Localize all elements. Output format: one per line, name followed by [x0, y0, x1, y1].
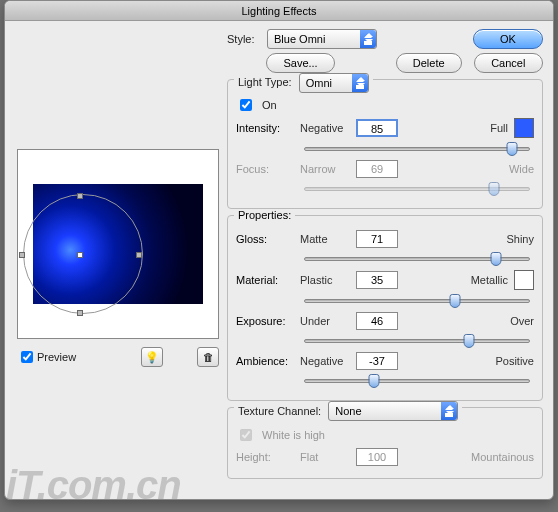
dialog-window: Lighting Effects Preview 💡 🗑 [4, 0, 554, 500]
material-color-swatch[interactable] [514, 270, 534, 290]
light-on-checkbox[interactable] [240, 99, 252, 111]
save-button[interactable]: Save... [266, 53, 334, 73]
focus-label: Focus: [236, 163, 294, 175]
focus-input: 69 [356, 160, 398, 178]
ambience-slider[interactable] [304, 374, 530, 388]
trash-button[interactable]: 🗑 [197, 347, 219, 367]
preview-checkbox[interactable] [21, 351, 33, 363]
lightbulb-icon: 💡 [145, 351, 159, 364]
light-type-value: Omni [306, 77, 332, 89]
intensity-label: Intensity: [236, 122, 294, 134]
exposure-slider[interactable] [304, 334, 530, 348]
focus-slider [304, 182, 530, 196]
lightbulb-button[interactable]: 💡 [141, 347, 163, 367]
material-slider[interactable] [304, 294, 530, 308]
preview-image [33, 184, 203, 304]
intensity-slider[interactable] [304, 142, 530, 156]
light-center-handle[interactable] [77, 252, 83, 258]
preview-label: Preview [37, 351, 76, 363]
light-on-label: On [262, 99, 277, 111]
height-left: Flat [300, 451, 350, 463]
material-left: Plastic [300, 274, 350, 286]
focus-left: Narrow [300, 163, 350, 175]
style-select[interactable]: Blue Omni [267, 29, 377, 49]
white-high-checkbox [240, 429, 252, 441]
texture-label: Texture Channel: [238, 405, 321, 417]
light-type-label: Light Type: [238, 76, 292, 88]
ambience-left: Negative [300, 355, 350, 367]
white-high-label: White is high [262, 429, 325, 441]
properties-legend: Properties: [234, 209, 295, 221]
texture-value: None [335, 405, 361, 417]
texture-fieldset: Texture Channel: None White is high Heig… [227, 407, 543, 479]
light-handle-n[interactable] [77, 193, 83, 199]
intensity-left: Negative [300, 122, 350, 134]
ambience-label: Ambience: [236, 355, 294, 367]
gloss-label: Gloss: [236, 233, 294, 245]
intensity-right: Full [458, 122, 508, 134]
light-handle-e[interactable] [136, 252, 142, 258]
exposure-input[interactable]: 46 [356, 312, 398, 330]
exposure-right: Over [484, 315, 534, 327]
gloss-right: Shiny [484, 233, 534, 245]
exposure-label: Exposure: [236, 315, 294, 327]
light-type-select[interactable]: Omni [299, 73, 369, 93]
cancel-button[interactable]: Cancel [474, 53, 543, 73]
trash-icon: 🗑 [203, 351, 214, 363]
ok-button[interactable]: OK [473, 29, 543, 49]
height-label: Height: [236, 451, 294, 463]
ambience-right: Positive [484, 355, 534, 367]
preview-box[interactable] [17, 149, 219, 339]
focus-right: Wide [484, 163, 534, 175]
gloss-left: Matte [300, 233, 350, 245]
style-label: Style: [227, 33, 261, 45]
properties-fieldset: Properties: Gloss: Matte 71 Shiny Materi… [227, 215, 543, 401]
texture-select[interactable]: None [328, 401, 458, 421]
height-right: Mountainous [462, 451, 534, 463]
light-type-fieldset: Light Type: Omni On Intensity: Negative … [227, 79, 543, 209]
light-color-swatch[interactable] [514, 118, 534, 138]
height-input: 100 [356, 448, 398, 466]
titlebar: Lighting Effects [5, 1, 553, 21]
ambience-input[interactable]: -37 [356, 352, 398, 370]
light-gizmo-circle[interactable] [23, 194, 143, 314]
material-right: Metallic [458, 274, 508, 286]
gloss-input[interactable]: 71 [356, 230, 398, 248]
light-handle-w[interactable] [19, 252, 25, 258]
material-label: Material: [236, 274, 294, 286]
intensity-input[interactable]: 85 [356, 119, 398, 137]
style-value: Blue Omni [274, 33, 325, 45]
delete-button[interactable]: Delete [396, 53, 462, 73]
exposure-left: Under [300, 315, 350, 327]
gloss-slider[interactable] [304, 252, 530, 266]
light-handle-s[interactable] [77, 310, 83, 316]
material-input[interactable]: 35 [356, 271, 398, 289]
title: Lighting Effects [241, 5, 316, 17]
